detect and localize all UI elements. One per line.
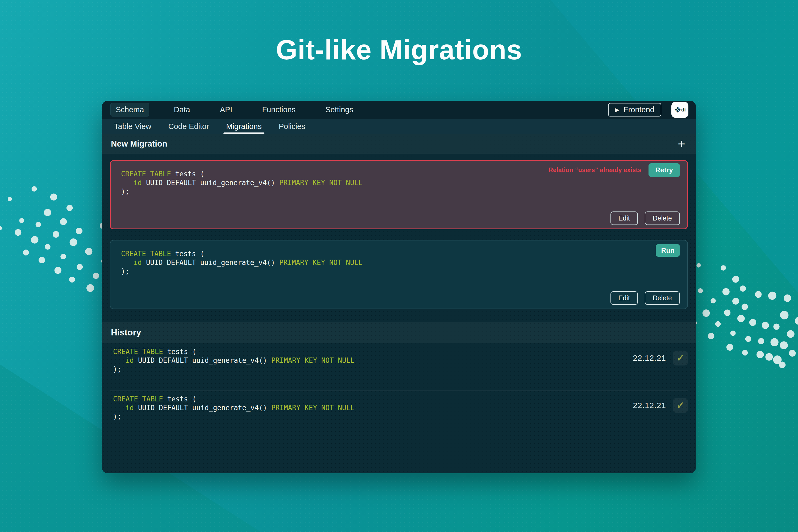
top-navigation: Schema Data API Functions Settings ▶ Fro… [102,101,696,119]
subnav-item-policies[interactable]: Policies [278,119,306,134]
applied-check-icon: ✓ [673,350,688,365]
subnav-item-table-view[interactable]: Table View [113,119,152,134]
delete-button[interactable]: Delete [645,291,680,305]
subnav-item-code-editor[interactable]: Code Editor [167,119,210,134]
history-heading: History [111,327,141,338]
sql-code-block: CREATE TABLE tests ( id UUID DEFAULT uui… [110,240,688,276]
migrations-app-panel: Schema Data API Functions Settings ▶ Fro… [102,101,696,473]
nav-item-data[interactable]: Data [168,103,195,116]
add-migration-button[interactable]: + [676,137,687,150]
nav-item-settings[interactable]: Settings [320,103,359,116]
new-migration-header: New Migration + [102,134,696,154]
subnav-item-migrations[interactable]: Migrations [225,119,263,134]
run-button[interactable]: Run [656,244,680,257]
migration-cards: CREATE TABLE tests ( id UUID DEFAULT uui… [102,154,696,309]
error-row: Relation “users” already exists Retry [549,163,680,177]
nav-item-functions[interactable]: Functions [257,103,301,116]
history-entry-meta: 22.12.21 ✓ [633,398,688,413]
diamonds-logo-icon: ❖ [674,106,681,114]
history-header: History [102,322,696,343]
logo-text: di [681,107,686,113]
sub-navigation: Table View Code Editor Migrations Polici… [102,119,696,134]
card-actions: Edit Delete [610,291,680,305]
nav-item-api[interactable]: API [215,103,238,116]
frontend-button[interactable]: ▶ Frontend [608,103,661,116]
migration-card-error: CREATE TABLE tests ( id UUID DEFAULT uui… [110,160,688,229]
applied-check-icon: ✓ [673,398,688,413]
migration-card-pending: CREATE TABLE tests ( id UUID DEFAULT uui… [110,240,688,309]
retry-button[interactable]: Retry [648,163,680,177]
nav-item-schema[interactable]: Schema [110,103,149,116]
history-entry: CREATE TABLE tests ( id UUID DEFAULT uui… [110,390,688,437]
history-list: CREATE TABLE tests ( id UUID DEFAULT uui… [102,343,696,437]
history-date: 22.12.21 [633,401,666,410]
card-actions: Edit Delete [610,211,680,225]
sql-code-block: CREATE TABLE tests ( id UUID DEFAULT uui… [110,347,355,374]
edit-button[interactable]: Edit [610,211,638,225]
delete-button[interactable]: Delete [645,211,680,225]
history-entry-meta: 22.12.21 ✓ [633,350,688,365]
error-message: Relation “users” already exists [549,167,641,174]
play-icon: ▶ [615,107,619,113]
new-migration-heading: New Migration [111,139,167,149]
app-logo-button[interactable]: ❖ di [671,102,688,118]
edit-button[interactable]: Edit [610,291,638,305]
history-entry: CREATE TABLE tests ( id UUID DEFAULT uui… [110,343,688,390]
frontend-button-label: Frontend [624,105,654,114]
history-date: 22.12.21 [633,354,666,363]
panel-body: New Migration + CREATE TABLE tests ( id … [102,134,696,473]
sql-code-block: CREATE TABLE tests ( id UUID DEFAULT uui… [110,395,355,421]
page-title: Git-like Migrations [0,34,798,66]
